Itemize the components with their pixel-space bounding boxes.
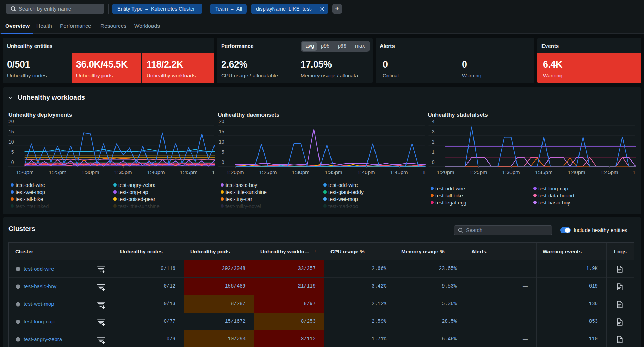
svg-text:0: 0 [222, 159, 224, 165]
svg-text:1:20pm: 1:20pm [436, 169, 454, 175]
svg-text:10: 10 [219, 139, 224, 145]
svg-text:1:35pm: 1:35pm [535, 169, 552, 175]
svg-text:0: 0 [432, 159, 435, 165]
svg-text:1: 1 [422, 169, 425, 175]
svg-text:1:45pm: 1:45pm [180, 169, 197, 175]
svg-text:15: 15 [8, 129, 14, 134]
svg-text:0: 0 [11, 159, 14, 165]
svg-text:20: 20 [8, 119, 14, 124]
svg-text:1:40pm: 1:40pm [147, 169, 165, 175]
svg-text:15: 15 [219, 129, 224, 134]
svg-text:1:30pm: 1:30pm [502, 169, 520, 175]
svg-text:5: 5 [222, 149, 224, 155]
svg-text:1:40pm: 1:40pm [568, 169, 585, 175]
svg-text:1:40pm: 1:40pm [357, 169, 375, 175]
svg-text:1:45pm: 1:45pm [390, 169, 408, 175]
svg-text:1:25pm: 1:25pm [469, 169, 487, 175]
svg-text:1:25pm: 1:25pm [259, 169, 277, 175]
svg-text:1:45pm: 1:45pm [600, 169, 618, 175]
svg-text:1:20pm: 1:20pm [16, 169, 33, 175]
svg-text:1: 1 [212, 169, 215, 175]
svg-text:10: 10 [8, 139, 14, 145]
svg-text:1:20pm: 1:20pm [226, 169, 244, 175]
svg-text:1: 1 [633, 169, 636, 175]
svg-text:4: 4 [432, 119, 435, 124]
svg-text:1: 1 [432, 149, 435, 155]
svg-text:1:30pm: 1:30pm [81, 169, 99, 175]
svg-text:3: 3 [432, 129, 435, 134]
svg-text:1:35pm: 1:35pm [114, 169, 132, 175]
svg-text:5: 5 [11, 149, 14, 155]
svg-text:1:35pm: 1:35pm [324, 169, 342, 175]
svg-text:20: 20 [219, 119, 224, 124]
svg-text:1:30pm: 1:30pm [292, 169, 309, 175]
svg-text:1:25pm: 1:25pm [49, 169, 66, 175]
svg-text:2: 2 [432, 139, 435, 145]
